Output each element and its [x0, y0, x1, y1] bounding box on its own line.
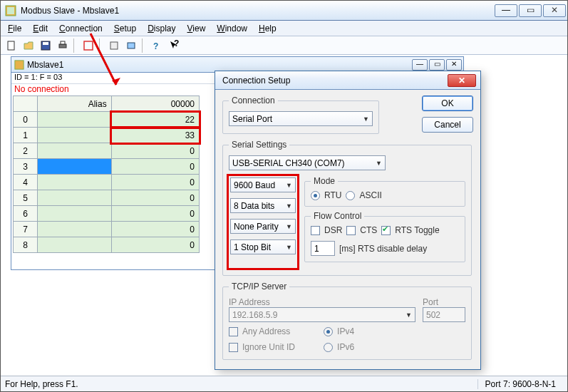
corner-cell [14, 96, 38, 112]
dialog-close-button[interactable]: ✕ [448, 74, 476, 87]
svg-rect-2 [8, 41, 14, 50]
com-port-combo[interactable]: USB-SERIAL CH340 (COM7)▼ [229, 155, 386, 170]
table-row: 80 [14, 237, 200, 253]
connection-legend: Connection [229, 96, 278, 105]
serial-params-highlight: 9600 Baud▼ 8 Data bits▼ None Parity▼ 1 S… [229, 176, 297, 268]
menu-edit[interactable]: Edit [27, 22, 53, 35]
svg-rect-5 [59, 44, 66, 48]
table-row: 20 [14, 143, 200, 159]
app-icon [5, 5, 16, 16]
flow-control-group: Flow Control DSR CTS RTS Toggle 1 [ms] R… [304, 211, 465, 262]
toolbar: ? ? [1, 36, 567, 55]
flow-legend: Flow Control [311, 211, 364, 221]
close-button[interactable]: ✕ [543, 4, 566, 17]
register-table[interactable]: Alias 00000 022 133 20 30 40 50 60 70 80 [13, 96, 200, 253]
menu-connection[interactable]: Connection [53, 22, 108, 35]
menu-setup[interactable]: Setup [108, 22, 142, 35]
svg-rect-7 [84, 41, 93, 50]
svg-rect-14 [15, 60, 24, 68]
tcpip-group: TCP/IP Server IP Address 192.168.5.9▼ Po… [222, 282, 472, 360]
dsr-checkbox[interactable] [311, 226, 320, 235]
svg-rect-1 [7, 7, 14, 14]
print-icon[interactable] [55, 38, 71, 53]
tool-icon-1[interactable] [106, 38, 122, 53]
new-icon[interactable] [4, 38, 19, 53]
child-minimize-button[interactable]: — [412, 59, 428, 71]
serial-settings-group: Serial Settings USB-SERIAL CH340 (COM7)▼… [222, 140, 472, 276]
menu-display[interactable]: Display [142, 22, 181, 35]
dialog-title: Connection Setup [222, 76, 448, 86]
tcpip-legend: TCP/IP Server [229, 282, 289, 292]
save-icon[interactable] [38, 38, 53, 53]
svg-rect-9 [128, 43, 135, 48]
dialog-titlebar: Connection Setup ✕ [215, 71, 480, 90]
chevron-down-icon: ▼ [286, 182, 292, 189]
ipv4-radio [324, 327, 333, 336]
menu-help[interactable]: Help [253, 22, 282, 35]
menu-view[interactable]: View [182, 22, 212, 35]
connection-value: Serial Port [232, 114, 272, 124]
table-row: 022 [14, 112, 200, 128]
svg-rect-6 [61, 41, 65, 44]
connection-combo[interactable]: Serial Port▼ [229, 111, 373, 126]
svg-rect-8 [110, 42, 118, 49]
child-maximize-button[interactable]: ▭ [429, 59, 445, 71]
baud-combo[interactable]: 9600 Baud▼ [230, 177, 296, 192]
menubar: File Edit Connection Setup Display View … [1, 21, 567, 36]
rts-delay-field[interactable]: 1 [311, 241, 335, 256]
statusbar: For Help, press F1. Port 7: 9600-8-N-1 [1, 376, 567, 391]
chevron-down-icon: ▼ [286, 244, 292, 251]
table-row: 133 [14, 128, 200, 143]
tool-icon-2[interactable] [123, 38, 139, 53]
status-right: Port 7: 9600-8-N-1 [477, 379, 563, 389]
port-label: Port [423, 297, 465, 307]
rtu-radio[interactable] [311, 191, 320, 200]
child-close-button[interactable]: ✕ [446, 59, 462, 71]
svg-rect-4 [43, 42, 48, 45]
connection-setup-dialog: Connection Setup ✕ OK Cancel Connection … [215, 71, 481, 370]
whatsthis-icon[interactable]: ? [166, 38, 182, 53]
child-title: Mbslave1 [27, 60, 63, 70]
chevron-down-icon: ▼ [406, 311, 412, 319]
databits-combo[interactable]: 8 Data bits▼ [230, 198, 296, 213]
serial-legend: Serial Settings [229, 140, 289, 150]
rts-delay-label: [ms] RTS disable delay [339, 244, 427, 254]
cts-checkbox[interactable] [346, 226, 356, 235]
cancel-button[interactable]: Cancel [422, 117, 473, 133]
chevron-down-icon: ▼ [363, 115, 369, 123]
table-row: 40 [14, 175, 200, 190]
table-row: 50 [14, 190, 200, 206]
chevron-down-icon: ▼ [286, 223, 292, 230]
open-icon[interactable] [21, 38, 36, 53]
doc-icon [14, 60, 24, 70]
ok-button[interactable]: OK [422, 96, 473, 111]
window-title: Modbus Slave - Mbslave1 [21, 6, 493, 16]
ipv6-radio [324, 343, 333, 352]
table-row: 70 [14, 222, 200, 237]
port-field: 502 [423, 307, 465, 322]
ip-label: IP Address [229, 297, 415, 307]
mode-group: Mode RTU ASCII [304, 176, 465, 207]
maximize-button[interactable]: ▭ [519, 4, 542, 17]
menu-file[interactable]: File [2, 22, 27, 35]
any-address-checkbox [229, 327, 238, 336]
rts-toggle-checkbox[interactable] [381, 226, 391, 235]
minimize-button[interactable]: — [495, 4, 517, 17]
col-00000[interactable]: 00000 [111, 96, 199, 112]
mode-legend: Mode [311, 176, 338, 186]
svg-text:?: ? [153, 41, 158, 51]
table-row: 60 [14, 206, 200, 222]
col-alias[interactable]: Alias [38, 96, 112, 112]
ip-address-combo: 192.168.5.9▼ [229, 307, 415, 322]
ignore-unitid-checkbox [229, 343, 238, 352]
titlebar: Modbus Slave - Mbslave1 — ▭ ✕ [1, 1, 567, 21]
chevron-down-icon: ▼ [376, 160, 382, 167]
table-row: 30 [14, 159, 200, 175]
stopbits-combo[interactable]: 1 Stop Bit▼ [230, 239, 296, 254]
menu-window[interactable]: Window [211, 22, 253, 35]
help-icon[interactable]: ? [149, 38, 165, 53]
connect-icon[interactable] [81, 38, 96, 53]
status-left: For Help, press F1. [5, 379, 78, 389]
parity-combo[interactable]: None Parity▼ [230, 219, 296, 234]
ascii-radio[interactable] [346, 191, 355, 200]
